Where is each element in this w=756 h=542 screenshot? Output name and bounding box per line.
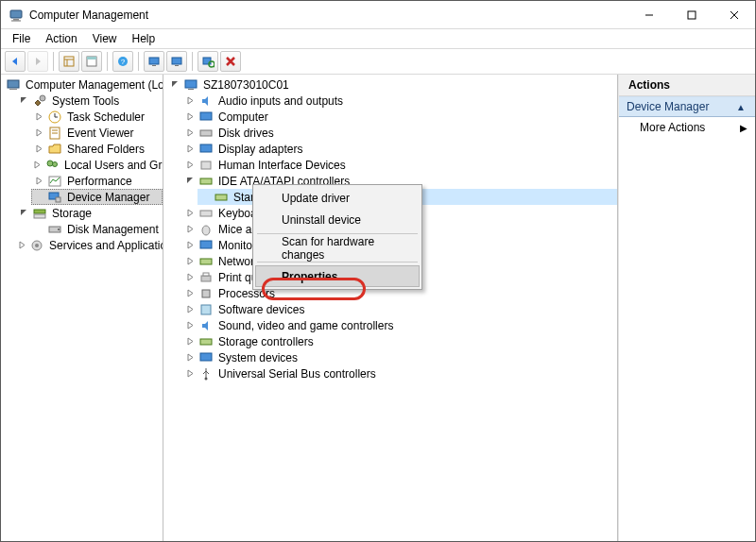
tree-local-users[interactable]: Local Users and Groups bbox=[31, 157, 163, 173]
users-icon bbox=[44, 158, 60, 173]
svg-rect-35 bbox=[34, 210, 45, 213]
expand-icon[interactable] bbox=[184, 176, 196, 187]
collapse-icon[interactable] bbox=[33, 144, 44, 155]
back-button[interactable] bbox=[5, 51, 26, 72]
collapse-icon[interactable] bbox=[184, 320, 196, 331]
svg-rect-14 bbox=[149, 58, 159, 64]
device-usb[interactable]: Universal Serial Bus controllers bbox=[182, 365, 617, 381]
ctx-scan[interactable]: Scan for hardware changes bbox=[255, 237, 420, 259]
ctx-properties[interactable]: Properties bbox=[255, 265, 420, 287]
device-tree-pane: SZ18073010C01 Audio inputs and outputs C… bbox=[163, 75, 618, 541]
expand-icon[interactable] bbox=[169, 79, 180, 91]
expand-icon[interactable] bbox=[18, 208, 29, 219]
collapse-icon[interactable] bbox=[184, 95, 196, 107]
keyboard-icon bbox=[198, 206, 214, 221]
tree-storage[interactable]: Storage bbox=[16, 205, 163, 221]
scan-hardware-button[interactable] bbox=[198, 51, 218, 72]
ide-icon bbox=[198, 174, 214, 189]
device-sound[interactable]: Sound, video and game controllers bbox=[182, 317, 617, 333]
svg-rect-7 bbox=[64, 57, 74, 66]
collapse-icon[interactable] bbox=[184, 272, 196, 283]
svg-rect-45 bbox=[200, 144, 212, 152]
svg-rect-46 bbox=[201, 161, 211, 169]
tree-system-tools[interactable]: System Tools bbox=[16, 93, 163, 109]
expand-icon[interactable] bbox=[18, 95, 29, 107]
ctx-uninstall[interactable]: Uninstall device bbox=[255, 209, 420, 230]
collapse-icon[interactable] bbox=[33, 127, 44, 139]
toolbar-separator bbox=[138, 52, 139, 71]
tree-services-apps[interactable]: Services and Applications bbox=[16, 237, 163, 253]
hdd-icon bbox=[198, 126, 214, 141]
monitor-button-2[interactable] bbox=[166, 51, 187, 72]
actions-section[interactable]: Device Manager ▲ bbox=[619, 96, 755, 117]
device-disk-drives[interactable]: Disk drives bbox=[182, 125, 617, 141]
svg-rect-57 bbox=[200, 339, 212, 345]
device-root[interactable]: SZ18073010C01 bbox=[167, 76, 617, 93]
device-system[interactable]: System devices bbox=[182, 349, 617, 365]
help-toolbar-button[interactable]: ? bbox=[112, 51, 133, 72]
close-button[interactable] bbox=[713, 1, 755, 28]
device-display[interactable]: Display adapters bbox=[182, 141, 617, 157]
tree-root-label: Computer Management (Local) bbox=[24, 78, 163, 92]
collapse-icon[interactable] bbox=[184, 288, 196, 299]
device-audio[interactable]: Audio inputs and outputs bbox=[182, 93, 617, 109]
collapse-icon[interactable] bbox=[184, 208, 196, 219]
device-storage-controllers[interactable]: Storage controllers bbox=[182, 333, 617, 349]
toolbar-separator bbox=[107, 52, 108, 71]
usb-icon bbox=[198, 366, 214, 381]
device-computer[interactable]: Computer bbox=[182, 109, 617, 125]
tree-device-manager[interactable]: Device Manager bbox=[31, 189, 163, 205]
device-hid[interactable]: Human Interface Devices bbox=[182, 157, 617, 173]
collapse-icon[interactable] bbox=[184, 240, 196, 251]
tree-shared-folders[interactable]: Shared Folders bbox=[31, 141, 163, 157]
tree-root[interactable]: Computer Management (Local) bbox=[1, 76, 163, 93]
console-tree-pane: Computer Management (Local) System Tools bbox=[1, 75, 163, 541]
uninstall-button[interactable] bbox=[220, 51, 241, 72]
tree-event-viewer[interactable]: Event Viewer bbox=[31, 125, 163, 141]
tree-performance[interactable]: Performance bbox=[31, 173, 163, 189]
collapse-icon[interactable] bbox=[184, 368, 196, 380]
svg-line-20 bbox=[214, 66, 215, 67]
collapse-icon[interactable] bbox=[18, 240, 26, 251]
svg-rect-11 bbox=[87, 57, 96, 59]
collapse-icon[interactable] bbox=[33, 160, 42, 171]
menu-file[interactable]: File bbox=[5, 30, 38, 47]
tree-disk-management[interactable]: Disk Management bbox=[31, 221, 163, 237]
svg-point-30 bbox=[47, 161, 53, 166]
device-software[interactable]: Software devices bbox=[182, 301, 617, 317]
svg-rect-52 bbox=[200, 259, 212, 264]
collapse-icon[interactable] bbox=[184, 304, 196, 315]
maximize-button[interactable] bbox=[670, 1, 713, 28]
svg-rect-17 bbox=[175, 65, 179, 66]
tree-task-scheduler[interactable]: Task Scheduler bbox=[31, 109, 163, 125]
audio-icon bbox=[198, 93, 214, 109]
storage-icon bbox=[32, 206, 47, 221]
collapse-icon[interactable] bbox=[184, 160, 196, 171]
collapse-icon[interactable] bbox=[184, 256, 196, 267]
menu-action[interactable]: Action bbox=[38, 30, 84, 47]
sound-icon bbox=[198, 318, 214, 333]
collapse-icon[interactable] bbox=[184, 336, 196, 347]
menu-view[interactable]: View bbox=[85, 30, 125, 47]
ctx-update-driver[interactable]: Update driver bbox=[255, 187, 420, 209]
collapse-icon[interactable] bbox=[184, 352, 196, 364]
folder-share-icon bbox=[47, 142, 62, 157]
toolbar-separator bbox=[192, 52, 193, 71]
properties-toolbar-button[interactable] bbox=[81, 51, 102, 72]
menu-help[interactable]: Help bbox=[125, 30, 163, 47]
minimize-button[interactable] bbox=[627, 1, 670, 28]
menubar: File Action View Help bbox=[1, 29, 755, 48]
collapse-icon[interactable] bbox=[33, 111, 44, 123]
collapse-icon[interactable] bbox=[184, 127, 196, 139]
show-hide-tree-button[interactable] bbox=[59, 51, 79, 72]
svg-rect-51 bbox=[200, 241, 212, 248]
clock-icon bbox=[47, 110, 62, 125]
collapse-icon[interactable] bbox=[33, 176, 44, 187]
actions-more[interactable]: More Actions ▶ bbox=[619, 117, 755, 138]
monitor-button-1[interactable] bbox=[144, 51, 164, 72]
collapse-icon[interactable] bbox=[184, 144, 196, 155]
event-icon bbox=[47, 126, 62, 141]
forward-button[interactable] bbox=[27, 51, 48, 72]
collapse-icon[interactable] bbox=[184, 111, 196, 123]
collapse-icon[interactable] bbox=[184, 224, 196, 235]
